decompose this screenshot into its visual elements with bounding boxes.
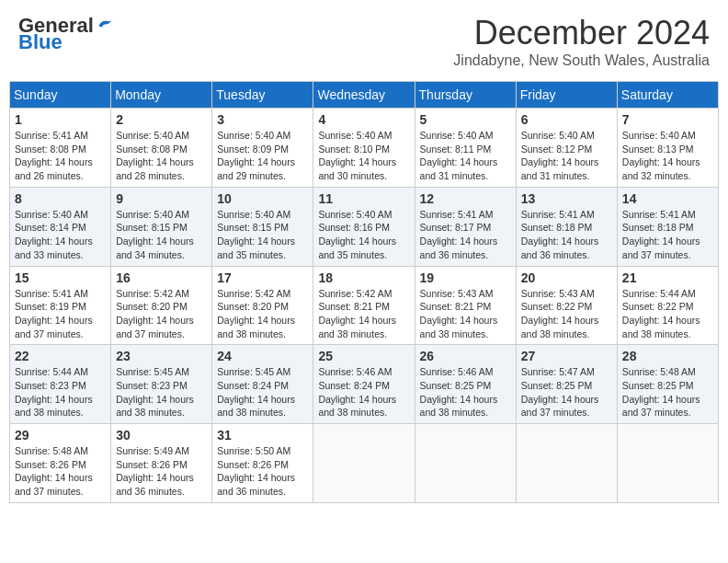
calendar-cell: 20Sunrise: 5:43 AM Sunset: 8:22 PM Dayli… — [516, 266, 617, 345]
calendar-cell — [617, 424, 718, 503]
day-number: 28 — [622, 349, 713, 363]
day-number: 6 — [521, 112, 612, 127]
calendar-cell: 19Sunrise: 5:43 AM Sunset: 8:21 PM Dayli… — [415, 266, 516, 345]
day-number: 26 — [420, 349, 511, 363]
day-number: 7 — [622, 112, 713, 127]
day-number: 13 — [521, 191, 612, 206]
calendar-header-thursday: Thursday — [415, 82, 516, 109]
calendar-cell: 24Sunrise: 5:45 AM Sunset: 8:24 PM Dayli… — [212, 345, 313, 424]
day-info: Sunrise: 5:42 AM Sunset: 8:20 PM Dayligh… — [217, 287, 308, 341]
day-info: Sunrise: 5:40 AM Sunset: 8:10 PM Dayligh… — [318, 129, 409, 183]
calendar-cell: 18Sunrise: 5:42 AM Sunset: 8:21 PM Dayli… — [313, 266, 415, 345]
day-number: 10 — [217, 191, 308, 206]
calendar-cell: 4Sunrise: 5:40 AM Sunset: 8:10 PM Daylig… — [313, 109, 415, 188]
calendar-cell — [415, 424, 516, 503]
calendar-cell: 29Sunrise: 5:48 AM Sunset: 8:26 PM Dayli… — [10, 424, 111, 503]
calendar-cell: 3Sunrise: 5:40 AM Sunset: 8:09 PM Daylig… — [212, 109, 313, 188]
day-info: Sunrise: 5:41 AM Sunset: 8:18 PM Dayligh… — [622, 208, 713, 262]
day-number: 11 — [318, 191, 409, 206]
day-info: Sunrise: 5:41 AM Sunset: 8:08 PM Dayligh… — [15, 129, 106, 183]
calendar-cell: 21Sunrise: 5:44 AM Sunset: 8:22 PM Dayli… — [617, 266, 718, 345]
calendar-cell: 26Sunrise: 5:46 AM Sunset: 8:25 PM Dayli… — [415, 345, 516, 424]
day-info: Sunrise: 5:40 AM Sunset: 8:16 PM Dayligh… — [318, 208, 409, 262]
day-number: 1 — [15, 112, 106, 127]
day-info: Sunrise: 5:48 AM Sunset: 8:26 PM Dayligh… — [15, 444, 106, 499]
day-info: Sunrise: 5:40 AM Sunset: 8:15 PM Dayligh… — [116, 208, 207, 262]
day-number: 8 — [15, 191, 106, 206]
calendar-header-sunday: Sunday — [10, 82, 111, 109]
day-number: 24 — [217, 349, 308, 363]
day-number: 17 — [217, 270, 308, 285]
calendar-cell: 30Sunrise: 5:49 AM Sunset: 8:26 PM Dayli… — [111, 424, 212, 503]
month-title: December 2024 — [453, 14, 710, 52]
calendar-header-monday: Monday — [111, 82, 212, 109]
day-number: 21 — [622, 270, 713, 285]
day-info: Sunrise: 5:40 AM Sunset: 8:13 PM Dayligh… — [622, 129, 713, 183]
page-header: General Blue December 2024 Jindabyne, Ne… — [9, 9, 719, 74]
day-info: Sunrise: 5:40 AM Sunset: 8:09 PM Dayligh… — [217, 129, 308, 183]
calendar-cell: 25Sunrise: 5:46 AM Sunset: 8:24 PM Dayli… — [313, 345, 415, 424]
day-info: Sunrise: 5:40 AM Sunset: 8:11 PM Dayligh… — [420, 129, 511, 183]
day-number: 31 — [217, 428, 308, 442]
day-info: Sunrise: 5:40 AM Sunset: 8:14 PM Dayligh… — [15, 208, 106, 262]
day-number: 12 — [420, 191, 511, 206]
day-number: 29 — [15, 428, 106, 442]
calendar-cell: 11Sunrise: 5:40 AM Sunset: 8:16 PM Dayli… — [313, 187, 415, 266]
day-info: Sunrise: 5:41 AM Sunset: 8:17 PM Dayligh… — [420, 208, 511, 262]
day-info: Sunrise: 5:44 AM Sunset: 8:22 PM Dayligh… — [622, 287, 713, 341]
day-number: 4 — [318, 112, 409, 127]
calendar-cell: 9Sunrise: 5:40 AM Sunset: 8:15 PM Daylig… — [111, 187, 212, 266]
day-number: 23 — [116, 349, 207, 363]
day-info: Sunrise: 5:41 AM Sunset: 8:19 PM Dayligh… — [15, 287, 106, 341]
logo-bird-icon — [96, 17, 114, 35]
calendar-week-row: 15Sunrise: 5:41 AM Sunset: 8:19 PM Dayli… — [10, 266, 719, 345]
calendar-cell: 16Sunrise: 5:42 AM Sunset: 8:20 PM Dayli… — [111, 266, 212, 345]
calendar-cell: 8Sunrise: 5:40 AM Sunset: 8:14 PM Daylig… — [10, 187, 111, 266]
day-number: 20 — [521, 270, 612, 285]
day-number: 25 — [318, 349, 409, 363]
day-info: Sunrise: 5:45 AM Sunset: 8:24 PM Dayligh… — [217, 365, 308, 419]
day-info: Sunrise: 5:46 AM Sunset: 8:24 PM Dayligh… — [318, 365, 409, 419]
calendar-cell: 14Sunrise: 5:41 AM Sunset: 8:18 PM Dayli… — [617, 187, 718, 266]
day-info: Sunrise: 5:42 AM Sunset: 8:21 PM Dayligh… — [318, 287, 409, 341]
day-number: 14 — [622, 191, 713, 206]
calendar-header-friday: Friday — [516, 82, 617, 109]
calendar-cell: 31Sunrise: 5:50 AM Sunset: 8:26 PM Dayli… — [212, 424, 313, 503]
day-number: 3 — [217, 112, 308, 127]
calendar-week-row: 22Sunrise: 5:44 AM Sunset: 8:23 PM Dayli… — [10, 345, 719, 424]
calendar-header-tuesday: Tuesday — [212, 82, 313, 109]
day-info: Sunrise: 5:40 AM Sunset: 8:08 PM Dayligh… — [116, 129, 207, 183]
calendar-cell: 17Sunrise: 5:42 AM Sunset: 8:20 PM Dayli… — [212, 266, 313, 345]
day-number: 16 — [116, 270, 207, 285]
day-info: Sunrise: 5:45 AM Sunset: 8:23 PM Dayligh… — [116, 365, 207, 419]
day-number: 30 — [116, 428, 207, 442]
day-number: 2 — [116, 112, 207, 127]
day-number: 22 — [15, 349, 106, 363]
day-info: Sunrise: 5:41 AM Sunset: 8:18 PM Dayligh… — [521, 208, 612, 262]
calendar-cell: 7Sunrise: 5:40 AM Sunset: 8:13 PM Daylig… — [617, 109, 718, 188]
day-info: Sunrise: 5:50 AM Sunset: 8:26 PM Dayligh… — [217, 444, 308, 499]
day-info: Sunrise: 5:48 AM Sunset: 8:25 PM Dayligh… — [622, 365, 713, 419]
logo-blue-text: Blue — [18, 30, 63, 54]
calendar-cell — [516, 424, 617, 503]
calendar-cell: 5Sunrise: 5:40 AM Sunset: 8:11 PM Daylig… — [415, 109, 516, 188]
day-number: 9 — [116, 191, 207, 206]
day-info: Sunrise: 5:40 AM Sunset: 8:15 PM Dayligh… — [217, 208, 308, 262]
calendar-cell: 2Sunrise: 5:40 AM Sunset: 8:08 PM Daylig… — [111, 109, 212, 188]
calendar-cell: 15Sunrise: 5:41 AM Sunset: 8:19 PM Dayli… — [10, 266, 111, 345]
day-info: Sunrise: 5:46 AM Sunset: 8:25 PM Dayligh… — [420, 365, 511, 419]
calendar-cell: 27Sunrise: 5:47 AM Sunset: 8:25 PM Dayli… — [516, 345, 617, 424]
calendar-cell: 13Sunrise: 5:41 AM Sunset: 8:18 PM Dayli… — [516, 187, 617, 266]
title-section: December 2024 Jindabyne, New South Wales… — [453, 14, 710, 69]
day-number: 5 — [420, 112, 511, 127]
day-number: 15 — [15, 270, 106, 285]
calendar-cell: 28Sunrise: 5:48 AM Sunset: 8:25 PM Dayli… — [617, 345, 718, 424]
calendar-cell — [313, 424, 415, 503]
location-subtitle: Jindabyne, New South Wales, Australia — [453, 52, 710, 69]
calendar-cell: 23Sunrise: 5:45 AM Sunset: 8:23 PM Dayli… — [111, 345, 212, 424]
calendar-cell: 6Sunrise: 5:40 AM Sunset: 8:12 PM Daylig… — [516, 109, 617, 188]
day-info: Sunrise: 5:42 AM Sunset: 8:20 PM Dayligh… — [116, 287, 207, 341]
calendar-week-row: 8Sunrise: 5:40 AM Sunset: 8:14 PM Daylig… — [10, 187, 719, 266]
calendar-week-row: 29Sunrise: 5:48 AM Sunset: 8:26 PM Dayli… — [10, 424, 719, 503]
calendar-header-row: SundayMondayTuesdayWednesdayThursdayFrid… — [10, 82, 719, 109]
